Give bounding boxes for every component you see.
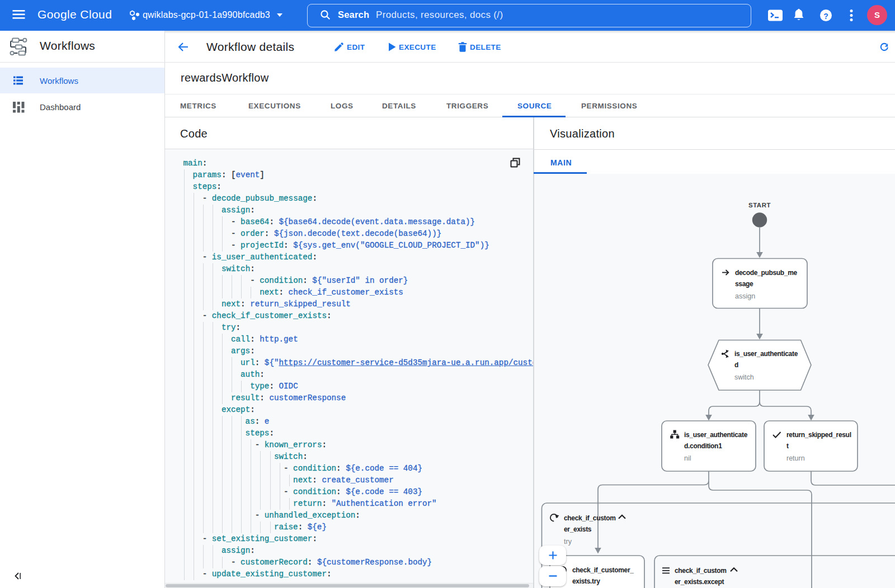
svg-text:check_if_customer_: check_if_customer_	[572, 566, 634, 574]
svg-text:er_exists.except: er_exists.except	[675, 578, 724, 586]
svg-text:check_if_custom: check_if_custom	[564, 514, 616, 522]
svg-text:try: try	[564, 538, 572, 546]
svg-text:return: return	[786, 454, 805, 462]
svg-text:d.condition1: d.condition1	[684, 442, 722, 450]
svg-text:return_skipped_resul: return_skipped_resul	[786, 431, 851, 439]
svg-text:assign: assign	[735, 292, 755, 300]
svg-text:ssage: ssage	[735, 280, 753, 288]
svg-text:switch: switch	[734, 373, 754, 381]
svg-text:is_user_authenticate: is_user_authenticate	[734, 350, 798, 358]
svg-text:START: START	[748, 202, 771, 208]
svg-text:t: t	[786, 442, 789, 450]
svg-text:er_exists: er_exists	[564, 525, 592, 533]
svg-text:exists.try: exists.try	[572, 577, 600, 585]
svg-text:nil: nil	[684, 454, 691, 462]
svg-text:is_user_authenticate: is_user_authenticate	[684, 431, 748, 439]
svg-text:check_if_custom: check_if_custom	[675, 567, 727, 575]
svg-text:decode_pubsub_me: decode_pubsub_me	[735, 269, 798, 277]
svg-text:?: ?	[823, 12, 828, 21]
svg-text:d: d	[734, 361, 738, 369]
